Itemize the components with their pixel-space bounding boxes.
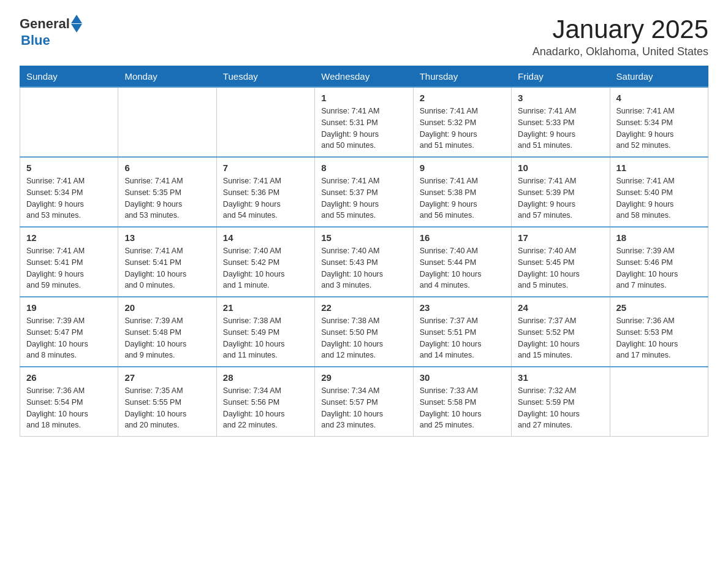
- day-info: Sunrise: 7:37 AM Sunset: 5:52 PM Dayligh…: [518, 315, 603, 361]
- day-number: 1: [321, 93, 406, 103]
- week-row-1: 1Sunrise: 7:41 AM Sunset: 5:31 PM Daylig…: [20, 87, 708, 157]
- day-info: Sunrise: 7:33 AM Sunset: 5:58 PM Dayligh…: [420, 385, 505, 431]
- day-info: Sunrise: 7:40 AM Sunset: 5:43 PM Dayligh…: [321, 245, 406, 291]
- calendar-cell: 14Sunrise: 7:40 AM Sunset: 5:42 PM Dayli…: [216, 227, 314, 297]
- day-number: 3: [518, 93, 603, 103]
- header-saturday: Saturday: [610, 66, 708, 88]
- calendar-cell: 12Sunrise: 7:41 AM Sunset: 5:41 PM Dayli…: [20, 227, 118, 297]
- calendar-cell: [118, 87, 216, 157]
- day-info: Sunrise: 7:41 AM Sunset: 5:37 PM Dayligh…: [321, 175, 406, 221]
- day-number: 20: [124, 302, 210, 313]
- day-info: Sunrise: 7:36 AM Sunset: 5:53 PM Dayligh…: [616, 315, 702, 361]
- day-number: 5: [26, 163, 112, 173]
- calendar-cell: 20Sunrise: 7:39 AM Sunset: 5:48 PM Dayli…: [118, 297, 216, 367]
- calendar-cell: 5Sunrise: 7:41 AM Sunset: 5:34 PM Daylig…: [20, 157, 118, 227]
- day-number: 25: [616, 302, 702, 313]
- calendar-cell: 23Sunrise: 7:37 AM Sunset: 5:51 PM Dayli…: [413, 297, 511, 367]
- day-number: 22: [321, 302, 406, 313]
- day-number: 15: [321, 232, 406, 243]
- calendar-cell: [610, 367, 708, 437]
- calendar-cell: 4Sunrise: 7:41 AM Sunset: 5:34 PM Daylig…: [610, 87, 708, 157]
- header-tuesday: Tuesday: [216, 66, 314, 88]
- day-info: Sunrise: 7:36 AM Sunset: 5:54 PM Dayligh…: [26, 385, 112, 431]
- day-info: Sunrise: 7:41 AM Sunset: 5:41 PM Dayligh…: [124, 245, 210, 291]
- day-info: Sunrise: 7:41 AM Sunset: 5:34 PM Dayligh…: [26, 175, 112, 221]
- day-number: 30: [420, 372, 505, 383]
- day-info: Sunrise: 7:41 AM Sunset: 5:34 PM Dayligh…: [616, 105, 702, 151]
- day-number: 27: [124, 372, 210, 383]
- calendar-cell: 30Sunrise: 7:33 AM Sunset: 5:58 PM Dayli…: [413, 367, 511, 437]
- day-number: 17: [518, 232, 603, 243]
- calendar-cell: 18Sunrise: 7:39 AM Sunset: 5:46 PM Dayli…: [610, 227, 708, 297]
- month-title: January 2025: [533, 15, 708, 44]
- header-thursday: Thursday: [413, 66, 511, 88]
- day-info: Sunrise: 7:39 AM Sunset: 5:47 PM Dayligh…: [26, 315, 112, 361]
- week-row-2: 5Sunrise: 7:41 AM Sunset: 5:34 PM Daylig…: [20, 157, 708, 227]
- day-number: 23: [420, 302, 505, 313]
- day-info: Sunrise: 7:39 AM Sunset: 5:48 PM Dayligh…: [124, 315, 210, 361]
- day-info: Sunrise: 7:40 AM Sunset: 5:44 PM Dayligh…: [420, 245, 505, 291]
- title-block: January 2025 Anadarko, Oklahoma, United …: [533, 15, 708, 58]
- page-header: General Blue January 2025 Anadarko, Okla…: [20, 15, 708, 58]
- day-info: Sunrise: 7:41 AM Sunset: 5:41 PM Dayligh…: [26, 245, 112, 291]
- day-number: 7: [223, 163, 308, 173]
- calendar-cell: 24Sunrise: 7:37 AM Sunset: 5:52 PM Dayli…: [512, 297, 610, 367]
- logo-general-text: General: [20, 16, 70, 32]
- day-number: 10: [518, 163, 603, 173]
- calendar-cell: [20, 87, 118, 157]
- day-info: Sunrise: 7:40 AM Sunset: 5:45 PM Dayligh…: [518, 245, 603, 291]
- day-info: Sunrise: 7:35 AM Sunset: 5:55 PM Dayligh…: [124, 385, 210, 431]
- day-info: Sunrise: 7:40 AM Sunset: 5:42 PM Dayligh…: [223, 245, 308, 291]
- day-info: Sunrise: 7:32 AM Sunset: 5:59 PM Dayligh…: [518, 385, 603, 431]
- calendar-cell: 29Sunrise: 7:34 AM Sunset: 5:57 PM Dayli…: [315, 367, 413, 437]
- header-sunday: Sunday: [20, 66, 118, 88]
- header-friday: Friday: [512, 66, 610, 88]
- calendar-cell: 10Sunrise: 7:41 AM Sunset: 5:39 PM Dayli…: [512, 157, 610, 227]
- day-number: 4: [616, 93, 702, 103]
- calendar-cell: 19Sunrise: 7:39 AM Sunset: 5:47 PM Dayli…: [20, 297, 118, 367]
- week-row-5: 26Sunrise: 7:36 AM Sunset: 5:54 PM Dayli…: [20, 367, 708, 437]
- day-info: Sunrise: 7:41 AM Sunset: 5:35 PM Dayligh…: [124, 175, 210, 221]
- calendar-table: Sunday Monday Tuesday Wednesday Thursday…: [20, 66, 708, 437]
- day-number: 16: [420, 232, 505, 243]
- calendar-cell: [216, 87, 314, 157]
- day-number: 8: [321, 163, 406, 173]
- day-info: Sunrise: 7:34 AM Sunset: 5:57 PM Dayligh…: [321, 385, 406, 431]
- day-number: 14: [223, 232, 308, 243]
- day-info: Sunrise: 7:41 AM Sunset: 5:33 PM Dayligh…: [518, 105, 603, 151]
- calendar-cell: 2Sunrise: 7:41 AM Sunset: 5:32 PM Daylig…: [413, 87, 511, 157]
- day-info: Sunrise: 7:34 AM Sunset: 5:56 PM Dayligh…: [223, 385, 308, 431]
- header-monday: Monday: [118, 66, 216, 88]
- day-number: 13: [124, 232, 210, 243]
- day-info: Sunrise: 7:41 AM Sunset: 5:38 PM Dayligh…: [420, 175, 505, 221]
- day-number: 9: [420, 163, 505, 173]
- calendar-header-row: Sunday Monday Tuesday Wednesday Thursday…: [20, 66, 708, 88]
- week-row-3: 12Sunrise: 7:41 AM Sunset: 5:41 PM Dayli…: [20, 227, 708, 297]
- day-info: Sunrise: 7:41 AM Sunset: 5:36 PM Dayligh…: [223, 175, 308, 221]
- calendar-cell: 13Sunrise: 7:41 AM Sunset: 5:41 PM Dayli…: [118, 227, 216, 297]
- calendar-cell: 8Sunrise: 7:41 AM Sunset: 5:37 PM Daylig…: [315, 157, 413, 227]
- day-info: Sunrise: 7:41 AM Sunset: 5:40 PM Dayligh…: [616, 175, 702, 221]
- day-info: Sunrise: 7:37 AM Sunset: 5:51 PM Dayligh…: [420, 315, 505, 361]
- day-number: 31: [518, 372, 603, 383]
- calendar-cell: 22Sunrise: 7:38 AM Sunset: 5:50 PM Dayli…: [315, 297, 413, 367]
- calendar-cell: 7Sunrise: 7:41 AM Sunset: 5:36 PM Daylig…: [216, 157, 314, 227]
- calendar-cell: 1Sunrise: 7:41 AM Sunset: 5:31 PM Daylig…: [315, 87, 413, 157]
- day-info: Sunrise: 7:41 AM Sunset: 5:31 PM Dayligh…: [321, 105, 406, 151]
- calendar-cell: 9Sunrise: 7:41 AM Sunset: 5:38 PM Daylig…: [413, 157, 511, 227]
- day-info: Sunrise: 7:38 AM Sunset: 5:50 PM Dayligh…: [321, 315, 406, 361]
- calendar-cell: 11Sunrise: 7:41 AM Sunset: 5:40 PM Dayli…: [610, 157, 708, 227]
- day-number: 6: [124, 163, 210, 173]
- calendar-cell: 3Sunrise: 7:41 AM Sunset: 5:33 PM Daylig…: [512, 87, 610, 157]
- header-wednesday: Wednesday: [315, 66, 413, 88]
- day-number: 2: [420, 93, 505, 103]
- day-info: Sunrise: 7:41 AM Sunset: 5:39 PM Dayligh…: [518, 175, 603, 221]
- day-number: 19: [26, 302, 112, 313]
- logo-blue-text: Blue: [21, 33, 50, 48]
- day-number: 24: [518, 302, 603, 313]
- day-number: 26: [26, 372, 112, 383]
- calendar-cell: 25Sunrise: 7:36 AM Sunset: 5:53 PM Dayli…: [610, 297, 708, 367]
- calendar-cell: 28Sunrise: 7:34 AM Sunset: 5:56 PM Dayli…: [216, 367, 314, 437]
- day-info: Sunrise: 7:41 AM Sunset: 5:32 PM Dayligh…: [420, 105, 505, 151]
- day-number: 29: [321, 372, 406, 383]
